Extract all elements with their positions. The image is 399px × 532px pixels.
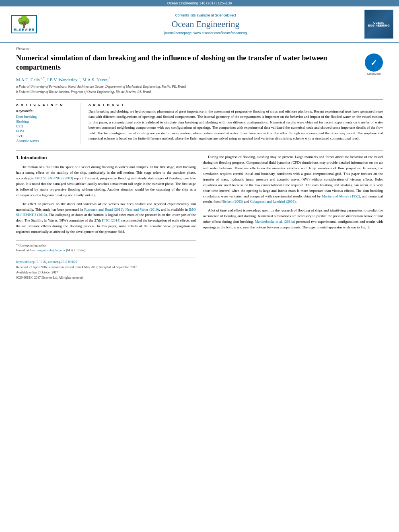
body-col-left: 1. Introduction The motion of a fluid in… — [16, 154, 196, 280]
ref-and-text: and — [362, 194, 367, 198]
journal-header: 🌳 ELSEVIER Contents lists available at S… — [0, 6, 399, 43]
ref-colagrossi[interactable]: Colagrossi and Landrini (2003) — [250, 199, 296, 203]
journal-title-area: Contents lists available at ScienceDirec… — [48, 10, 363, 39]
article-info-abstract: A R T I C L E I N F O Keywords: Dam brea… — [16, 103, 383, 144]
author-wanderley: J.B.V. Wanderley — [47, 77, 78, 82]
title-block: Numerical simulation of dam breaking and… — [16, 53, 383, 72]
ref-ruponen[interactable]: Ruponen and Routi (2011) — [84, 207, 123, 212]
elsevier-text: ELSEVIER — [14, 28, 35, 32]
keyword-2[interactable]: Sloshing — [16, 119, 75, 123]
affiliation-b: b Federal University of Rio de Janeiro, … — [16, 89, 383, 94]
ref-nielsen[interactable]: Nielsen (2003) — [222, 199, 243, 203]
ocean-eng-logo-img: OCEAN ENGINEERING — [364, 10, 393, 39]
abstract-title: A B S T R A C T — [88, 103, 383, 107]
intro-para-1: The motion of a fluid into the space of … — [16, 164, 196, 198]
divider-1 — [16, 99, 383, 100]
email-line: E-mail address: miguel.celis@ufpe.br (M.… — [16, 248, 196, 253]
section-heading-intro: 1. Introduction — [16, 154, 196, 161]
homepage-url[interactable]: www.elsevier.com/locate/oceaneng — [193, 31, 247, 35]
journal-citation: Ocean Engineering 146 (2017) 125–139 — [167, 1, 232, 5]
journal-homepage: journal homepage: www.elsevier.com/locat… — [48, 31, 363, 35]
corresponding-author-note: * Corresponding author. — [16, 243, 196, 248]
authors: M.A.C. Celis a,*, J.B.V. Wanderley b, M.… — [16, 76, 383, 82]
article-info-panel: A R T I C L E I N F O Keywords: Dam brea… — [16, 103, 80, 144]
intro-para-2: The effect of pressure on the doors and … — [16, 201, 196, 235]
article-info-title: A R T I C L E I N F O — [16, 103, 75, 107]
author-celis: M.A.C. Celis — [16, 77, 40, 82]
received-dates: Received 27 April 2016; Received in revi… — [16, 265, 196, 270]
crossmark-icon: ✓ — [365, 53, 383, 72]
doi-link[interactable]: https://doi.org/10.1016/j.oceaneng.2017.… — [16, 260, 77, 264]
right-para-1: During the progress of flooding, sloshin… — [203, 154, 383, 205]
body-col-right: During the progress of flooding, sloshin… — [203, 154, 383, 280]
keyword-4[interactable]: FDM — [16, 129, 75, 133]
crossmark-badge: ✓ CrossMark — [365, 53, 383, 72]
ref-ittc[interactable]: ITTC (2014) — [102, 218, 120, 222]
elsevier-tree-icon: 🌳 — [17, 16, 31, 28]
keyword-3[interactable]: CFD — [16, 124, 75, 128]
ref-martin-moyce[interactable]: Martin and Moyce (1952) — [322, 194, 360, 198]
issn-copyright: 0029-8018/© 2017 Elsevier Ltd. All right… — [16, 275, 196, 281]
section-divider — [16, 150, 383, 150]
ref-near[interactable]: Near and Vaher (2010) — [125, 207, 159, 212]
abstract-section: A B S T R A C T Dam breaking and sloshin… — [88, 103, 383, 144]
abstract-text: Dam breaking and sloshing are hydrodynam… — [88, 109, 383, 142]
ref-manderbacka[interactable]: Manderbacka et al. (2014a) — [255, 220, 295, 224]
affiliation-a: a Federal University of Pernambuco, Nava… — [16, 84, 383, 89]
author-email[interactable]: miguel.celis@ufpe.br — [37, 249, 65, 252]
keyword-5[interactable]: TVD — [16, 134, 75, 138]
right-para-2: A lot of time and effort is nowadays spe… — [203, 208, 383, 230]
bottom-meta: https://doi.org/10.1016/j.oceaneng.2017.… — [16, 257, 196, 280]
page-content: Review Numerical simulation of dam break… — [0, 43, 399, 288]
keywords-label: Keywords: — [16, 109, 75, 113]
elsevier-logo: 🌳 ELSEVIER — [4, 10, 44, 39]
ref-imo-slf46[interactable]: IMO SLF46/INF.3 (2003) — [35, 176, 73, 180]
review-label: Review — [16, 47, 383, 51]
available-online: Available online 2 October 2017 — [16, 270, 196, 275]
ocean-engineering-logo: OCEAN ENGINEERING — [363, 10, 395, 39]
affiliations: a Federal University of Pernambuco, Nava… — [16, 84, 383, 94]
sciencedirect-link[interactable]: ScienceDirect — [215, 13, 236, 17]
footnote-area: * Corresponding author. E-mail address: … — [16, 240, 196, 253]
paper-title: Numerical simulation of dam breaking and… — [16, 53, 383, 72]
journal-header-bar: Ocean Engineering 146 (2017) 125–139 — [0, 0, 399, 6]
contents-line: Contents lists available at ScienceDirec… — [48, 13, 363, 17]
author-neves: M.A.S. Neves — [82, 77, 107, 82]
body-two-col: 1. Introduction The motion of a fluid in… — [16, 154, 383, 280]
keyword-1[interactable]: Dam breaking — [16, 115, 75, 119]
keyword-6[interactable]: Acoustic waves — [16, 139, 75, 143]
journal-name: Ocean Engineering — [48, 19, 363, 29]
